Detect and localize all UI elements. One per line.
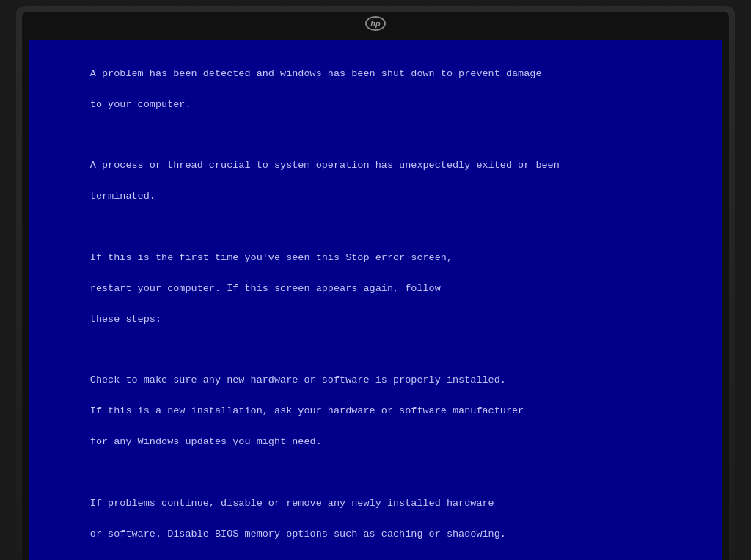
bsod-content: A problem has been detected and windows … — [43, 51, 708, 560]
bsod-line1: A problem has been detected and windows … — [90, 68, 542, 79]
bsod-screen: A problem has been detected and windows … — [29, 40, 722, 560]
bsod-line16: or software. Disable BIOS memory options… — [90, 528, 506, 539]
bsod-line15: If problems continue, disable or remove … — [90, 498, 494, 509]
laptop-frame: hp A problem has been detected and windo… — [16, 6, 735, 554]
bsod-line11: Check to make sure any new hardware or s… — [90, 375, 506, 386]
bsod-line2: to your computer. — [90, 99, 191, 110]
bsod-line13: for any Windows updates you might need. — [90, 436, 322, 447]
screen-bezel: hp A problem has been detected and windo… — [22, 12, 729, 560]
hp-logo-circle: hp — [365, 16, 386, 31]
bsod-line12: If this is a new installation, ask your … — [90, 405, 524, 416]
bsod-line7: If this is the first time you've seen th… — [90, 252, 453, 263]
bsod-line8: restart your computer. If this screen ap… — [90, 283, 441, 294]
bsod-line5: terminated. — [90, 191, 155, 202]
bsod-line9: these steps: — [90, 314, 161, 325]
bsod-line4: A process or thread crucial to system op… — [90, 160, 560, 171]
hp-logo: hp — [365, 16, 386, 31]
